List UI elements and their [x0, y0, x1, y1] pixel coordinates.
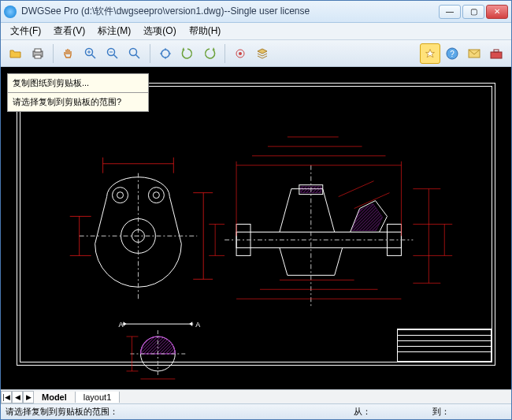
zoom-extents-icon[interactable] — [155, 43, 176, 64]
tooltip-body: 请选择复制到剪贴板的范围? — [8, 93, 148, 111]
tab-layout1[interactable]: layout1 — [76, 392, 120, 403]
svg-rect-2 — [35, 55, 41, 58]
help-icon[interactable]: ? — [442, 43, 462, 64]
tab-model[interactable]: Model — [34, 392, 76, 403]
tab-nav-first[interactable]: |◀ — [1, 391, 12, 403]
svg-point-12 — [161, 50, 169, 58]
app-icon — [4, 6, 17, 18]
svg-point-25 — [153, 192, 159, 199]
section-label-a-right: A — [195, 321, 200, 329]
separator — [53, 44, 54, 63]
maximize-button[interactable]: ▢ — [462, 5, 484, 19]
svg-line-11 — [135, 54, 139, 58]
svg-line-62 — [339, 181, 374, 197]
status-from-label: 从： — [354, 406, 371, 418]
layers-icon[interactable] — [252, 43, 273, 64]
tab-nav-prev[interactable]: ◀ — [12, 391, 23, 403]
menu-options[interactable]: 选项(O) — [137, 23, 182, 39]
zoom-in-icon[interactable] — [80, 43, 101, 64]
tab-nav-next[interactable]: ▶ — [23, 391, 34, 403]
svg-rect-18 — [491, 52, 502, 58]
svg-rect-1 — [35, 49, 41, 52]
drawing-canvas[interactable]: A A 复制图纸到剪贴板... 请选择复制到剪贴板的范围? — [1, 67, 511, 389]
section-label-a-left: A — [119, 321, 124, 329]
zoom-out-icon[interactable] — [102, 43, 123, 64]
rotate-ccw-icon[interactable] — [177, 43, 198, 64]
svg-point-24 — [148, 188, 164, 203]
open-folder-icon[interactable] — [6, 43, 26, 64]
target-icon[interactable] — [230, 43, 250, 64]
menu-view[interactable]: 查看(V) — [47, 23, 91, 39]
statusbar: 请选择复制到剪贴板的范围： 从： 到： — [1, 403, 511, 419]
window-controls: — ▢ ✕ — [439, 5, 508, 19]
close-button[interactable]: ✕ — [486, 5, 508, 19]
printer-icon[interactable] — [28, 43, 48, 64]
hand-icon[interactable] — [58, 43, 79, 64]
tooltip-title: 复制图纸到剪贴板... — [8, 74, 148, 93]
svg-point-23 — [117, 192, 124, 199]
svg-line-4 — [91, 54, 95, 58]
star-icon[interactable] — [420, 43, 440, 64]
toolbox-icon[interactable] — [486, 43, 506, 64]
separator — [224, 44, 225, 63]
svg-point-22 — [113, 188, 128, 203]
status-prompt: 请选择复制到剪贴板的范围： — [6, 406, 349, 418]
rotate-cw-icon[interactable] — [199, 43, 220, 64]
separator — [150, 44, 150, 63]
menu-file[interactable]: 文件(F) — [4, 23, 47, 39]
window-title: DWGSee Pro (d:\软件\dwgseepro\version1.dwg… — [21, 5, 439, 18]
minimize-button[interactable]: — — [439, 5, 461, 19]
app-window: DWGSee Pro (d:\软件\dwgseepro\version1.dwg… — [0, 0, 512, 420]
svg-text:?: ? — [450, 50, 454, 58]
titlebar: DWGSee Pro (d:\软件\dwgseepro\version1.dwg… — [1, 1, 511, 23]
mail-icon[interactable] — [464, 43, 484, 64]
svg-rect-19 — [494, 50, 499, 52]
layout-tabbar: |◀ ◀ ▶ Model layout1 — [1, 389, 511, 403]
toolbar: ? — [1, 40, 511, 67]
zoom-window-icon[interactable] — [124, 43, 145, 64]
cad-drawing: A A — [1, 67, 511, 389]
status-to-label: 到： — [432, 406, 450, 418]
svg-point-14 — [239, 52, 242, 55]
menu-annotate[interactable]: 标注(M) — [91, 23, 137, 39]
menubar: 文件(F) 查看(V) 标注(M) 选项(O) 帮助(H) — [1, 23, 511, 40]
clipboard-copy-tooltip: 复制图纸到剪贴板... 请选择复制到剪贴板的范围? — [7, 73, 149, 112]
svg-line-8 — [113, 54, 117, 58]
menu-help[interactable]: 帮助(H) — [183, 23, 228, 39]
